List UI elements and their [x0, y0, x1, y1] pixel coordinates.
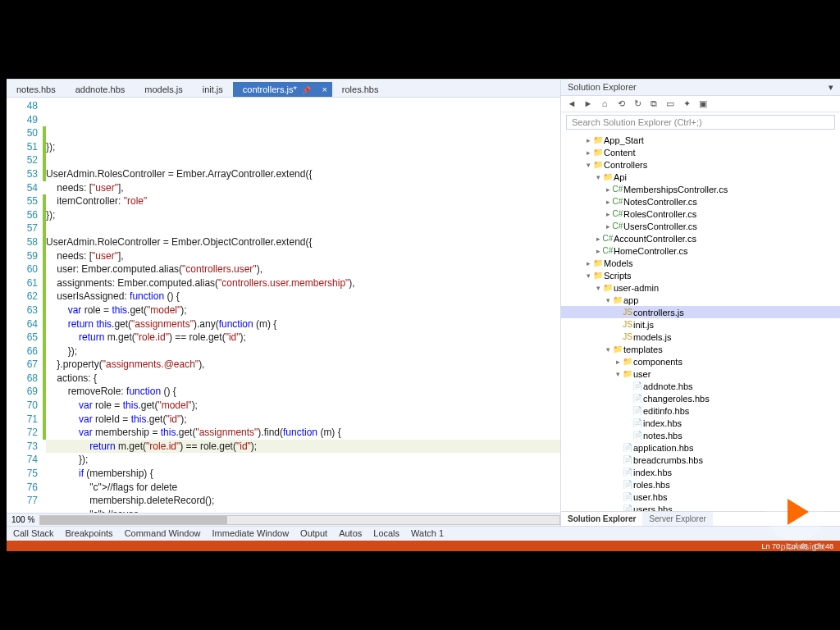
expander-icon[interactable]: ▸: [594, 235, 602, 243]
expander-icon[interactable]: ▾: [584, 161, 592, 169]
play-overlay-icon[interactable]: [766, 482, 825, 541]
tree-node[interactable]: 📄 breadcrumbs.hbs: [561, 454, 840, 466]
preview-icon[interactable]: ▣: [697, 98, 709, 109]
expander-icon[interactable]: ▾: [594, 173, 602, 181]
editor-tab[interactable]: init.js: [193, 82, 233, 97]
solution-tree[interactable]: ▸📁 App_Start▸📁 Content▾📁 Controllers▾📁 A…: [561, 132, 840, 511]
code-line[interactable]: assignments: Ember.computed.alias("contr…: [46, 276, 560, 290]
tree-node[interactable]: JS models.js: [561, 331, 840, 343]
tree-node[interactable]: 📄 changeroles.hbs: [561, 392, 840, 404]
code-line[interactable]: var role = this.get("model");: [46, 399, 560, 413]
code-line[interactable]: userIsAssigned: function () {: [46, 290, 560, 304]
tree-node[interactable]: 📄 notes.hbs: [561, 429, 840, 441]
code-line[interactable]: return m.get("role.id") == role.get("id"…: [46, 331, 560, 345]
tool-tab[interactable]: Immediate Window: [212, 528, 290, 539]
tree-node[interactable]: ▸📁 Models: [561, 257, 840, 269]
code-line[interactable]: return this.get("assignments").any(funct…: [46, 317, 560, 331]
close-icon[interactable]: ×: [322, 84, 326, 94]
code-line[interactable]: });: [46, 140, 560, 154]
tool-tab[interactable]: Output: [300, 528, 327, 539]
code-line[interactable]: });: [46, 208, 560, 222]
expander-icon[interactable]: ▸: [584, 136, 592, 144]
tab-server-explorer[interactable]: Server Explorer: [642, 512, 712, 526]
tool-tab[interactable]: Watch 1: [411, 528, 444, 539]
code-line[interactable]: UserAdmin.RoleController = Ember.ObjectC…: [46, 235, 560, 249]
tree-node[interactable]: ▾📁 user-admin: [561, 281, 840, 294]
tool-tab[interactable]: Call Stack: [13, 528, 54, 539]
tool-tab[interactable]: Locals: [373, 528, 399, 539]
tree-node[interactable]: ▾📁 Scripts: [561, 269, 840, 281]
tree-node[interactable]: ▸📁 components: [561, 355, 840, 368]
expander-icon[interactable]: ▾: [604, 296, 612, 304]
solution-search-input[interactable]: Search Solution Explorer (Ctrl+;): [566, 115, 835, 130]
tree-node[interactable]: JS init.js: [561, 318, 840, 331]
nav-back-icon[interactable]: ◄: [566, 98, 578, 109]
tree-node[interactable]: 📄 index.hbs: [561, 466, 840, 478]
editor-tab[interactable]: addnote.hbs: [66, 82, 135, 97]
tree-node[interactable]: JS controllers.js: [561, 306, 840, 318]
code-line[interactable]: actions: {: [46, 372, 560, 386]
tree-node[interactable]: ▸C# RolesController.cs: [561, 208, 840, 220]
tree-node[interactable]: 📄 addnote.hbs: [561, 380, 840, 392]
code-line[interactable]: [46, 153, 560, 167]
editor-tab[interactable]: controllers.js*📌×: [233, 82, 332, 97]
expander-icon[interactable]: ▾: [584, 272, 592, 280]
code-line[interactable]: }.property("assignments.@each"),: [46, 358, 560, 372]
tree-node[interactable]: 📄 application.hbs: [561, 441, 840, 454]
expander-icon[interactable]: ▸: [604, 198, 612, 206]
zoom-level[interactable]: 100 %: [7, 515, 39, 524]
tab-solution-explorer[interactable]: Solution Explorer: [561, 512, 642, 526]
expander-icon[interactable]: ▸: [584, 259, 592, 267]
collapse-icon[interactable]: ⧉: [648, 98, 660, 109]
sync-icon[interactable]: ⟲: [615, 98, 627, 109]
properties-icon[interactable]: ✦: [681, 98, 692, 109]
tree-node[interactable]: ▾📁 templates: [561, 343, 840, 355]
expander-icon[interactable]: ▾: [604, 345, 612, 354]
code-line[interactable]: user: Ember.computed.alias("controllers.…: [46, 262, 560, 276]
expander-icon[interactable]: ▸: [604, 210, 612, 218]
code-line[interactable]: needs: ["user"],: [46, 249, 560, 263]
horizontal-scrollbar[interactable]: [39, 515, 560, 525]
show-all-icon[interactable]: ▭: [664, 98, 676, 109]
tree-node[interactable]: ▾📁 Api: [561, 171, 840, 183]
refresh-icon[interactable]: ↻: [632, 98, 643, 109]
tree-node[interactable]: ▸C# MembershipsController.cs: [561, 183, 840, 195]
tree-node[interactable]: ▾📁 Controllers: [561, 158, 840, 171]
tool-tab[interactable]: Command Window: [125, 528, 201, 539]
editor-tab[interactable]: models.js: [135, 82, 192, 97]
code-line[interactable]: [46, 221, 560, 235]
code-line[interactable]: var roleId = this.get("id");: [46, 413, 560, 427]
code-line[interactable]: removeRole: function () {: [46, 385, 560, 399]
editor-tab[interactable]: roles.hbs: [332, 82, 389, 97]
panel-dropdown-icon[interactable]: ▾: [829, 82, 833, 93]
code-line[interactable]: UserAdmin.RolesController = Ember.ArrayC…: [46, 167, 560, 181]
code-line[interactable]: needs: ["user"],: [46, 181, 560, 195]
tree-node[interactable]: 📄 index.hbs: [561, 417, 840, 429]
tree-node[interactable]: ▸📁 App_Start: [561, 134, 840, 146]
expander-icon[interactable]: ▸: [604, 185, 612, 194]
code-line[interactable]: var role = this.get("model");: [46, 304, 560, 317]
nav-fwd-icon[interactable]: ►: [582, 98, 594, 109]
code-area[interactable]: 4849505152535455565758596061626364656667…: [7, 98, 560, 513]
tool-tab[interactable]: Autos: [339, 528, 362, 539]
code-line[interactable]: membership.deleteRecord();: [46, 494, 560, 508]
code-body[interactable]: });UserAdmin.RolesController = Ember.Arr…: [43, 98, 560, 513]
editor-tab[interactable]: notes.hbs: [7, 82, 66, 97]
expander-icon[interactable]: ▸: [584, 148, 592, 157]
expander-icon[interactable]: ▾: [594, 284, 602, 292]
code-line[interactable]: var membership = this.get("assignments")…: [46, 426, 560, 440]
tree-node[interactable]: ▾📁 app: [561, 294, 840, 306]
expander-icon[interactable]: ▾: [614, 370, 622, 378]
code-line[interactable]: itemController: "role": [46, 194, 560, 208]
code-line[interactable]: "c">//saves: [46, 508, 560, 513]
code-line[interactable]: });: [46, 345, 560, 358]
pin-icon[interactable]: 📌: [302, 86, 311, 94]
tree-node[interactable]: ▸C# NotesController.cs: [561, 195, 840, 208]
code-line[interactable]: "c">//flags for delete: [46, 481, 560, 495]
tree-node[interactable]: ▸C# UsersController.cs: [561, 220, 840, 232]
home-icon[interactable]: ⌂: [599, 98, 610, 109]
code-line[interactable]: return m.get("role.id") == role.get("id"…: [46, 440, 560, 454]
tree-node[interactable]: ▸📁 Content: [561, 146, 840, 158]
tree-node[interactable]: 📄 editinfo.hbs: [561, 404, 840, 417]
tree-node[interactable]: ▾📁 user: [561, 368, 840, 380]
